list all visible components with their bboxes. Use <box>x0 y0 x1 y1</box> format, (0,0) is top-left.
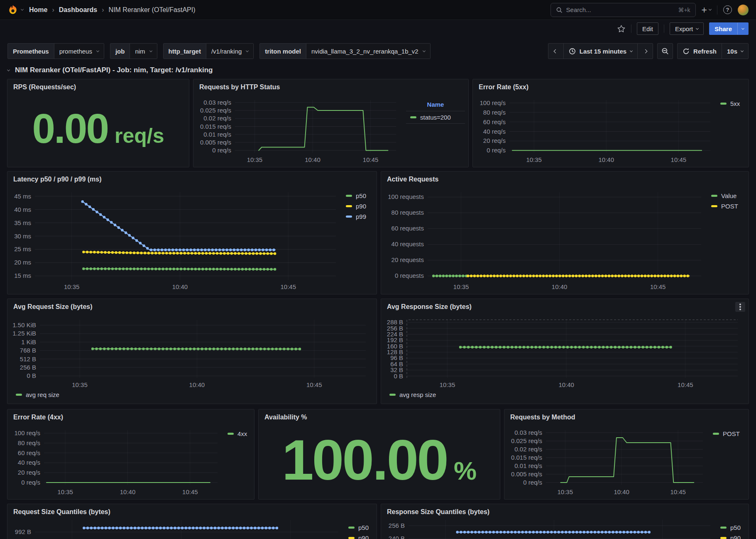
chart-canvas[interactable]: 100 requests80 requests60 requests40 req… <box>384 187 745 292</box>
legend-swatch <box>346 195 352 197</box>
breadcrumb-current: NIM Reranker (OTel/FastAPI) <box>109 6 196 14</box>
svg-text:10:45: 10:45 <box>650 283 666 290</box>
avg-response-size-chart[interactable]: 288 B256 B224 B192 B160 B128 B96 B64 B32… <box>384 315 745 402</box>
top-nav: Home › Dashboards › NIM Reranker (OTel/F… <box>0 0 756 20</box>
chevron-down-icon <box>630 49 633 52</box>
variable-value-dropdown[interactable]: prometheus <box>54 44 104 59</box>
svg-text:60 req/s: 60 req/s <box>483 118 506 125</box>
chart-canvas[interactable]: 100 req/s80 req/s60 req/s40 req/s20 req/… <box>11 425 251 497</box>
grafana-dashboard: Home › Dashboards › NIM Reranker (OTel/F… <box>0 0 756 539</box>
variable-value-dropdown[interactable]: /v1/ranking <box>206 44 253 59</box>
svg-text:10:35: 10:35 <box>440 381 455 388</box>
chart-canvas[interactable]: 288 B256 B224 B192 B160 B128 B96 B64 B32… <box>384 315 745 402</box>
active-requests-chart[interactable]: 100 requests80 requests60 requests40 req… <box>384 187 745 292</box>
time-shift-back-button[interactable] <box>548 43 564 59</box>
legend-item[interactable]: p90 <box>348 534 373 539</box>
legend-item[interactable]: p99 <box>346 213 373 220</box>
requests-by-http-status-chart[interactable]: 0.03 req/s0.025 req/s0.02 req/s0.015 req… <box>197 95 465 165</box>
legend-item[interactable]: avg req size <box>16 391 59 398</box>
svg-text:10:40: 10:40 <box>120 488 136 495</box>
legend-item[interactable]: status=200 <box>406 111 465 124</box>
share-menu-button[interactable] <box>737 22 749 35</box>
panel-title: Active Requests <box>381 172 749 183</box>
error-rate-4xx-chart[interactable]: 100 req/s80 req/s60 req/s40 req/s20 req/… <box>11 425 251 497</box>
dashboard-row-header[interactable]: NIM Reranker (OTel/FastAPI) - Job: nim, … <box>0 59 756 74</box>
svg-text:40 ms: 40 ms <box>14 206 31 213</box>
time-range-group: Last 15 minutes <box>548 43 653 59</box>
variable-value-dropdown[interactable]: nim <box>130 44 157 59</box>
variable-http-target[interactable]: http_target /v1/ranking <box>163 43 254 59</box>
legend-item[interactable]: p90 <box>720 534 745 539</box>
zoom-out-button[interactable] <box>657 43 673 59</box>
share-button[interactable]: Share <box>709 22 737 35</box>
search-input[interactable]: Search... ⌘+k <box>550 3 696 17</box>
legend-label: p50 <box>730 524 741 531</box>
panel-requests-by-http-status: Requests by HTTP Status 0.03 req/s0.025 … <box>193 79 469 167</box>
chart-canvas[interactable]: 45 ms40 ms35 ms30 ms25 ms20 ms15 ms10:35… <box>11 187 373 292</box>
variable-job[interactable]: job nim <box>110 43 157 59</box>
variable-prometheus[interactable]: Prometheus prometheus <box>7 43 104 59</box>
share-split-button: Share <box>709 22 749 35</box>
chart-canvas[interactable]: 256 B240 B <box>384 520 745 539</box>
star-button[interactable] <box>617 24 626 33</box>
legend-label: status=200 <box>420 114 451 121</box>
export-button[interactable]: Export <box>670 22 704 35</box>
legend-label: 4xx <box>237 430 247 437</box>
svg-text:1.50 KiB: 1.50 KiB <box>12 321 36 328</box>
legend-item[interactable]: POST <box>713 430 745 437</box>
grafana-logo-button[interactable] <box>7 5 23 15</box>
response-size-quantiles-chart[interactable]: 256 B240 Bp50p90 <box>384 520 745 539</box>
svg-text:10:40: 10:40 <box>599 156 614 163</box>
time-range-button[interactable]: Last 15 minutes <box>563 43 638 59</box>
legend-swatch <box>348 537 355 539</box>
breadcrumb-home[interactable]: Home <box>29 6 47 14</box>
chart-canvas[interactable]: 1.50 KiB1.25 KiB1 KiB768 B512 B256 B0 B1… <box>11 315 373 402</box>
request-size-quantiles-chart[interactable]: 992 Bp50p90 <box>11 520 373 539</box>
legend-item[interactable]: p50 <box>348 524 373 531</box>
legend-item[interactable]: 4xx <box>228 430 251 437</box>
avg-request-size-chart[interactable]: 1.50 KiB1.25 KiB1 KiB768 B512 B256 B0 B1… <box>11 315 373 402</box>
svg-text:60 requests: 60 requests <box>391 225 424 232</box>
legend-label: p50 <box>358 524 369 531</box>
svg-text:10:45: 10:45 <box>670 488 686 495</box>
time-shift-forward-button[interactable] <box>637 43 653 59</box>
help-button[interactable]: ? <box>723 5 732 14</box>
chevron-right-icon <box>643 49 647 53</box>
legend-item[interactable]: p50 <box>720 524 745 531</box>
chart-legend: p50p90 <box>348 524 373 539</box>
svg-text:40 requests: 40 requests <box>391 240 424 247</box>
legend-item[interactable]: avg resp size <box>389 391 436 398</box>
panel-menu-icon[interactable] <box>735 302 745 312</box>
error-rate-5xx-chart[interactable]: 100 req/s80 req/s60 req/s40 req/s20 req/… <box>476 95 745 165</box>
legend-item[interactable]: p90 <box>346 203 373 210</box>
svg-text:0 B: 0 B <box>27 372 36 379</box>
chart-canvas[interactable]: 0.03 req/s0.025 req/s0.02 req/s0.015 req… <box>508 425 745 497</box>
svg-text:20 req/s: 20 req/s <box>18 469 40 476</box>
refresh-button[interactable]: Refresh <box>677 43 722 59</box>
breadcrumb-dashboards[interactable]: Dashboards <box>59 6 97 14</box>
variable-value: nim <box>135 48 145 55</box>
refresh-interval-button[interactable]: 10s <box>722 43 749 59</box>
chevron-down-icon <box>741 27 744 29</box>
svg-text:0 req/s: 0 req/s <box>212 147 231 154</box>
requests-by-method-chart[interactable]: 0.03 req/s0.025 req/s0.02 req/s0.015 req… <box>508 425 745 497</box>
svg-text:10:35: 10:35 <box>72 381 88 388</box>
add-new-button[interactable]: + <box>702 6 711 14</box>
variable-value-dropdown[interactable]: nvidia_llama_3_2_nv_rerankqa_1b_v2 <box>306 44 430 59</box>
latency-chart[interactable]: 45 ms40 ms35 ms30 ms25 ms20 ms15 ms10:35… <box>11 187 373 292</box>
legend-label: avg resp size <box>399 391 436 398</box>
legend-label: p90 <box>730 534 741 539</box>
legend-swatch <box>720 103 727 105</box>
edit-button[interactable]: Edit <box>637 22 658 35</box>
chart-canvas[interactable]: 992 B <box>11 520 373 539</box>
svg-text:10:45: 10:45 <box>306 381 322 388</box>
variable-triton-model[interactable]: triton model nvidia_llama_3_2_nv_rerankq… <box>259 43 430 59</box>
chart-canvas[interactable]: 100 req/s80 req/s60 req/s40 req/s20 req/… <box>476 95 745 165</box>
legend-item[interactable]: Value <box>711 192 745 199</box>
toolbar-divider <box>664 24 664 33</box>
legend-item[interactable]: p50 <box>346 192 373 199</box>
legend-item[interactable]: POST <box>711 203 745 210</box>
svg-text:10:35: 10:35 <box>64 283 80 290</box>
legend-item[interactable]: 5xx <box>720 100 745 107</box>
avatar[interactable] <box>738 5 749 15</box>
